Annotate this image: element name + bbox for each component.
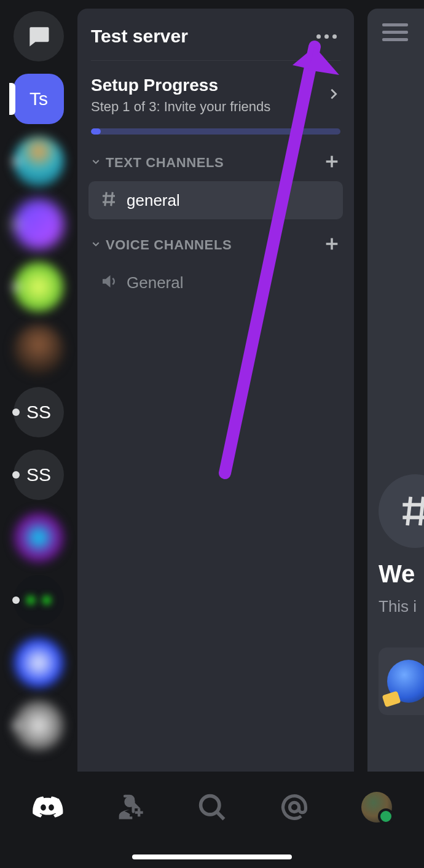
category-header-voice-channels[interactable]: VOICE CHANNELS: [88, 232, 343, 259]
notification-dot: [12, 283, 20, 291]
more-dots-icon: [316, 34, 321, 39]
server-icon[interactable]: [14, 136, 64, 187]
globe-icon: [387, 660, 424, 703]
category-name: VOICE CHANNELS: [106, 237, 232, 253]
svg-line-5: [111, 192, 113, 206]
hamburger-icon[interactable]: [382, 23, 408, 41]
setup-progress-fill: [91, 128, 101, 135]
svg-point-12: [201, 796, 219, 814]
channel-panel: Test server Setup Progress Step 1 of 3: …: [77, 9, 354, 780]
category-header-text-channels[interactable]: TEXT CHANNELS: [88, 149, 343, 176]
text-channel-general[interactable]: general: [88, 181, 343, 219]
nav-profile-button[interactable]: [358, 789, 395, 826]
hash-icon: [100, 190, 118, 211]
setup-step-text: Step 1 of 3: Invite your friends: [91, 99, 320, 115]
svg-line-10: [407, 497, 410, 526]
server-more-button[interactable]: [313, 31, 340, 42]
notification-dot: [12, 221, 20, 228]
server-icon[interactable]: [14, 262, 64, 312]
server-icon[interactable]: SS: [14, 450, 64, 500]
nav-friends-button[interactable]: [111, 789, 148, 826]
server-name: Test server: [91, 26, 188, 47]
speaker-icon: [100, 272, 118, 293]
server-icon[interactable]: [14, 324, 64, 375]
home-indicator: [132, 854, 292, 859]
welcome-action-card[interactable]: [379, 647, 424, 715]
channel-content-peek[interactable]: We This i: [367, 9, 424, 780]
notification-dot: [12, 409, 20, 416]
notification-dot: [12, 596, 20, 604]
chevron-right-icon: [327, 87, 340, 103]
direct-messages-button[interactable]: [14, 11, 64, 61]
more-dots-icon: [324, 34, 329, 39]
server-icon[interactable]: [14, 638, 64, 688]
category-name: TEXT CHANNELS: [106, 155, 224, 171]
server-icon-label: SS: [26, 402, 51, 423]
nav-mentions-button[interactable]: [276, 789, 313, 826]
welcome-subtitle: This i: [379, 597, 417, 616]
user-avatar: [361, 792, 392, 823]
svg-line-13: [217, 811, 224, 819]
notification-dot: [12, 158, 20, 165]
add-channel-button[interactable]: [323, 153, 340, 173]
more-dots-icon: [332, 34, 337, 39]
channel-name: General: [127, 273, 184, 292]
server-icon-label: Ts: [29, 88, 48, 109]
nav-home-button[interactable]: [29, 789, 66, 826]
notification-dot: [12, 471, 20, 479]
welcome-hash-icon: [379, 474, 424, 548]
channel-name: general: [127, 191, 180, 210]
nav-search-button[interactable]: [194, 789, 230, 826]
server-icon[interactable]: [14, 575, 64, 625]
chevron-down-icon: [91, 239, 101, 251]
server-icon-test-server[interactable]: Ts: [14, 74, 64, 124]
server-icon[interactable]: [14, 199, 64, 249]
setup-progress-card[interactable]: Setup Progress Step 1 of 3: Invite your …: [88, 61, 343, 126]
notification-dot: [12, 722, 20, 729]
voice-channel-general[interactable]: General: [88, 264, 343, 302]
chevron-down-icon: [91, 157, 101, 169]
add-channel-button[interactable]: [323, 235, 340, 255]
server-icon[interactable]: SS: [14, 387, 64, 437]
setup-title: Setup Progress: [91, 76, 320, 95]
setup-progress-bar: [91, 128, 340, 135]
svg-line-4: [105, 192, 107, 206]
server-icon-label: SS: [26, 464, 51, 485]
svg-line-11: [420, 497, 423, 526]
server-rail: Ts SS SS: [0, 0, 77, 780]
bottom-nav: [0, 772, 424, 842]
server-icon[interactable]: [14, 512, 64, 563]
server-icon[interactable]: [14, 700, 64, 751]
selected-indicator: [9, 83, 15, 115]
welcome-heading: We: [379, 560, 415, 588]
